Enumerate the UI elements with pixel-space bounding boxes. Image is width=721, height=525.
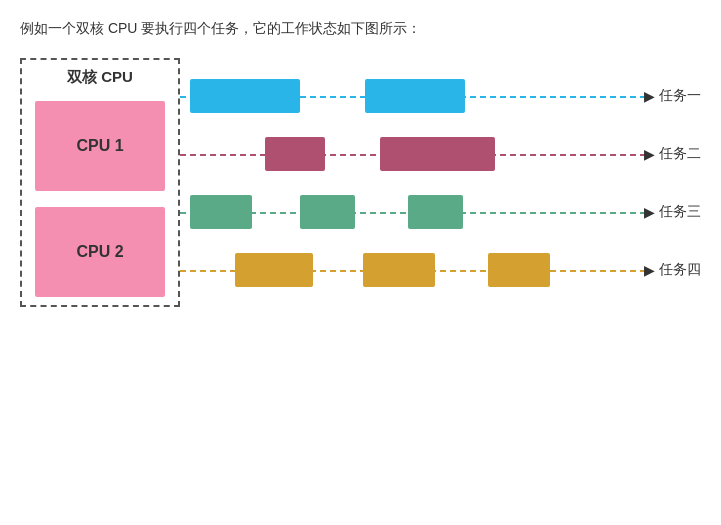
task3-arrow-icon: ▶ [644, 204, 655, 220]
cpu-box: 双核 CPU CPU 1 CPU 2 [20, 58, 180, 307]
task1-block-2 [365, 79, 465, 113]
task4-block-3 [488, 253, 550, 287]
task4-label: ▶ 任务四 [644, 261, 701, 279]
task3-label-text: 任务三 [659, 203, 701, 221]
task4-label-text: 任务四 [659, 261, 701, 279]
task3-block-3 [408, 195, 463, 229]
task1-arrow-icon: ▶ [644, 88, 655, 104]
task1-label-text: 任务一 [659, 87, 701, 105]
cpu2-core: CPU 2 [35, 207, 165, 297]
task1-blocks: ▶ 任务一 [180, 67, 701, 125]
task2-blocks: ▶ 任务二 [180, 125, 701, 183]
task2-block-2 [380, 137, 495, 171]
task3-block-1 [190, 195, 252, 229]
task-row-4: ▶ 任务四 [180, 241, 701, 299]
cpu1-core: CPU 1 [35, 101, 165, 191]
task3-label: ▶ 任务三 [644, 203, 701, 221]
task3-block-2 [300, 195, 355, 229]
header-text: 例如一个双核 CPU 要执行四个任务，它的工作状态如下图所示： [20, 20, 701, 38]
task4-block-1 [235, 253, 313, 287]
task-row-1: ▶ 任务一 [180, 67, 701, 125]
task2-label-text: 任务二 [659, 145, 701, 163]
task1-block-1 [190, 79, 300, 113]
task2-arrow-icon: ▶ [644, 146, 655, 162]
tasks-area: ▶ 任务一 ▶ 任务二 [180, 67, 701, 299]
task2-label: ▶ 任务二 [644, 145, 701, 163]
task1-label: ▶ 任务一 [644, 87, 701, 105]
diagram: 双核 CPU CPU 1 CPU 2 ▶ 任务一 [20, 58, 701, 307]
cpu-box-title: 双核 CPU [22, 60, 178, 93]
task4-arrow-icon: ▶ [644, 262, 655, 278]
task4-block-2 [363, 253, 435, 287]
task-row-3: ▶ 任务三 [180, 183, 701, 241]
task3-blocks: ▶ 任务三 [180, 183, 701, 241]
task-row-2: ▶ 任务二 [180, 125, 701, 183]
task4-blocks: ▶ 任务四 [180, 241, 701, 299]
task2-block-1 [265, 137, 325, 171]
